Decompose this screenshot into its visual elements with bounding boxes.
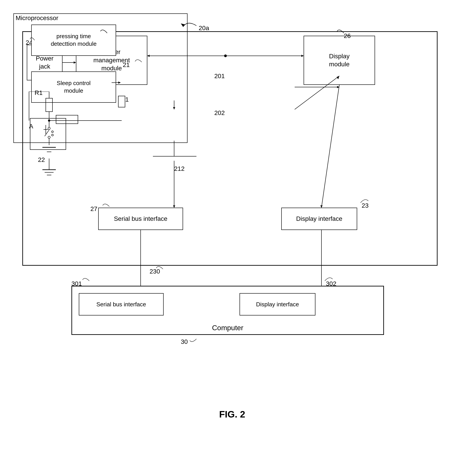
- display-interface-lower-box: Display interface: [240, 293, 315, 316]
- svg-point-17: [52, 131, 53, 133]
- label-22: 22: [38, 156, 45, 163]
- display-interface-lower-label: Display interface: [256, 301, 299, 308]
- svg-point-18: [52, 134, 53, 136]
- svg-point-7: [48, 136, 50, 138]
- label-211: 211: [118, 96, 129, 103]
- computer-label: Computer: [212, 324, 244, 332]
- figure-caption: FIG. 2: [219, 409, 245, 420]
- label-r1: R1: [35, 89, 43, 96]
- svg-line-6: [45, 130, 49, 136]
- pressing-time-label: pressing timedetecttion module: [51, 33, 96, 48]
- serial-bus-lower-box: Serial bus interface: [79, 293, 164, 316]
- label-212: 212: [174, 165, 185, 172]
- pressing-time-box: pressing timedetecttion module: [31, 25, 116, 56]
- label-26: 26: [344, 32, 351, 40]
- battery-component: [27, 92, 71, 163]
- label-301: 301: [71, 280, 82, 287]
- display-interface-upper-box: Display interface: [281, 208, 357, 230]
- power-jack-label: Powerjack: [36, 54, 53, 71]
- label-302: 302: [326, 280, 337, 287]
- computer-box: Serial bus interface Display interface C…: [71, 286, 384, 335]
- serial-bus-upper-label: Serial bus interface: [114, 215, 168, 223]
- label-20a: 20a: [199, 25, 209, 32]
- label-201: 201: [214, 73, 225, 80]
- svg-point-3: [48, 119, 50, 122]
- display-interface-upper-label: Display interface: [296, 215, 342, 223]
- serial-bus-lower-label: Serial bus interface: [96, 301, 146, 308]
- label-23: 23: [362, 202, 369, 209]
- label-30: 30: [181, 338, 188, 345]
- label-21: 21: [123, 61, 130, 68]
- microprocessor-label: Microprocessor: [16, 14, 58, 22]
- svg-point-5: [48, 127, 50, 130]
- display-module-label: Displaymodule: [329, 52, 350, 68]
- label-a: A: [29, 123, 33, 130]
- serial-bus-upper-box: Serial bus interface: [98, 208, 183, 230]
- display-module-box: Displaymodule: [304, 36, 375, 85]
- svg-rect-14: [30, 118, 66, 150]
- label-230: 230: [150, 268, 160, 275]
- svg-rect-1: [46, 98, 52, 112]
- label-27: 27: [91, 205, 97, 212]
- label-202: 202: [214, 109, 225, 117]
